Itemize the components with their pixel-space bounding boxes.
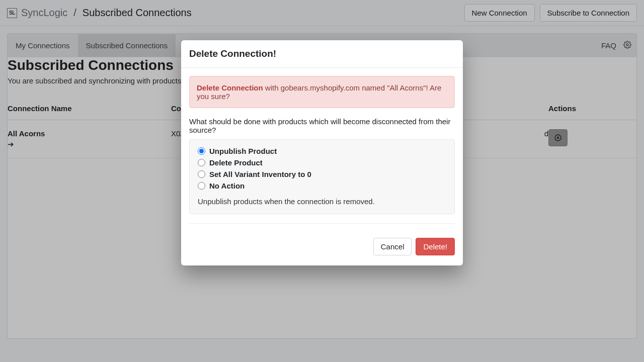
option-no-action[interactable]: No Action <box>198 182 446 190</box>
cancel-button[interactable]: Cancel <box>373 238 412 255</box>
radio-no-action[interactable] <box>198 182 205 190</box>
modal-hint: Unpublish products when the connection i… <box>198 197 446 206</box>
modal-alert-strong: Delete Connection <box>197 83 263 92</box>
modal-alert: Delete Connection with gobears.myshopify… <box>189 76 455 108</box>
option-delete[interactable]: Delete Product <box>198 158 446 167</box>
radio-zero-inventory[interactable] <box>198 170 205 178</box>
option-unpublish-label: Unpublish Product <box>209 147 277 155</box>
modal-overlay[interactable]: Delete Connection! Delete Connection wit… <box>0 0 644 362</box>
option-unpublish[interactable]: Unpublish Product <box>198 147 446 155</box>
delete-connection-modal: Delete Connection! Delete Connection wit… <box>181 40 463 265</box>
modal-options: Unpublish Product Delete Product Set All… <box>189 139 455 214</box>
option-zero-inventory-label: Set All Variant Inventory to 0 <box>209 170 311 178</box>
modal-footer: Cancel Delete! <box>181 238 463 265</box>
modal-question: What should be done with products which … <box>189 117 455 134</box>
radio-delete[interactable] <box>198 159 205 166</box>
option-no-action-label: No Action <box>209 182 245 190</box>
delete-button[interactable]: Delete! <box>416 238 455 255</box>
modal-separator <box>189 223 455 224</box>
option-zero-inventory[interactable]: Set All Variant Inventory to 0 <box>198 170 446 178</box>
option-delete-label: Delete Product <box>209 158 263 167</box>
modal-title: Delete Connection! <box>181 40 463 68</box>
radio-unpublish[interactable] <box>198 147 205 155</box>
